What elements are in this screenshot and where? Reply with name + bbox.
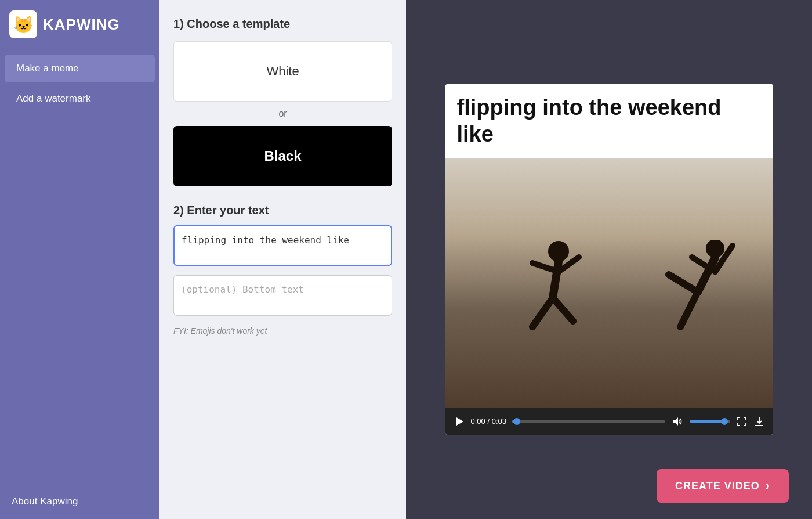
video-container: flipping into the weekend like [445, 84, 773, 434]
svg-line-9 [680, 292, 698, 327]
logo-icon: 🐱 [9, 10, 37, 38]
svg-line-8 [669, 275, 698, 292]
white-template-button[interactable]: White [173, 41, 392, 102]
bottom-text-input[interactable] [173, 275, 392, 316]
time-current: 0:00 [471, 417, 485, 426]
volume-button[interactable] [671, 415, 684, 428]
download-button[interactable] [753, 416, 765, 427]
video-controls: 0:00 / 0:03 [445, 408, 773, 435]
play-button[interactable] [454, 416, 465, 427]
download-icon [755, 417, 764, 426]
video-placeholder [445, 158, 773, 408]
logo-emoji: 🐱 [13, 15, 34, 34]
step1-title: 1) Choose a template [173, 17, 392, 31]
black-template-button[interactable]: Black [173, 126, 392, 186]
about-link[interactable]: About Kapwing [0, 484, 160, 519]
main-panel: 1) Choose a template White or Black 2) E… [160, 0, 406, 519]
volume-bar[interactable] [690, 420, 730, 423]
progress-fill [512, 420, 517, 423]
create-label: CREATE VIDEO [675, 480, 760, 492]
progress-bar[interactable] [512, 420, 665, 423]
volume-icon [672, 416, 683, 427]
volume-fill [690, 420, 722, 423]
preview-panel: flipping into the weekend like [406, 0, 812, 519]
nav-items: Make a meme Add a watermark [0, 53, 160, 114]
svg-line-3 [553, 298, 573, 321]
sidebar: 🐱 KAPWING Make a meme Add a watermark Ab… [0, 0, 160, 519]
svg-marker-12 [456, 417, 463, 426]
play-icon [455, 417, 464, 426]
create-video-button[interactable]: CREATE VIDEO › [657, 469, 789, 503]
fyi-text: FYI: Emojis don't work yet [173, 326, 392, 336]
or-divider: or [173, 109, 392, 119]
step2-title: 2) Enter your text [173, 204, 392, 217]
fullscreen-icon [737, 417, 746, 426]
top-text-input[interactable] [173, 225, 392, 266]
progress-dot [513, 418, 520, 425]
logo-area: 🐱 KAPWING [0, 0, 160, 49]
volume-dot [721, 418, 728, 425]
time-display: 0:00 / 0:03 [471, 417, 506, 426]
svg-line-2 [532, 298, 553, 327]
sidebar-item-watermark[interactable]: Add a watermark [5, 85, 155, 113]
figure-right [651, 240, 738, 367]
sidebar-item-make-meme[interactable]: Make a meme [5, 55, 155, 82]
time-total: 0:03 [492, 417, 506, 426]
figure-left [527, 240, 602, 356]
meme-top-text: flipping into the weekend like [445, 84, 773, 158]
svg-marker-13 [673, 417, 678, 426]
logo-text: KAPWING [43, 16, 120, 34]
create-chevron-icon: › [766, 478, 770, 493]
fullscreen-button[interactable] [736, 416, 748, 427]
